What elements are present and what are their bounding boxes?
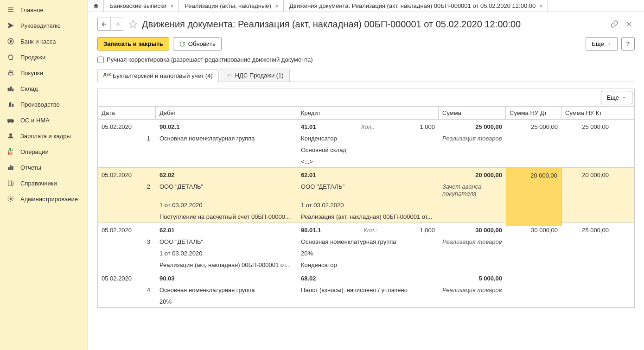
document-tab[interactable]: Движения документа: Реализация (акт, нак…	[284, 0, 548, 12]
table-row[interactable]: 05.02.202090.02.141.01Кол.:1,00025 000,0…	[98, 120, 634, 168]
sidebar-icon: ₽	[6, 37, 15, 45]
svg-rect-5	[7, 120, 12, 122]
sidebar-item-label: Руководителю	[20, 22, 61, 29]
sidebar-icon	[6, 69, 15, 77]
sidebar-icon	[6, 84, 15, 93]
svg-rect-10	[10, 165, 12, 170]
col-date[interactable]: Дата	[98, 107, 156, 119]
sidebar-item-label: Справочники	[20, 180, 57, 187]
refresh-button[interactable]: Обновить	[173, 37, 222, 51]
sidebar-icon	[6, 53, 15, 61]
tab-label: Банковские выписки	[109, 2, 166, 9]
tab-close-icon[interactable]: ×	[538, 2, 544, 10]
sidebar-item[interactable]: Производство	[0, 96, 88, 112]
document-tab[interactable]: Реализация (акты, накладные)×	[179, 0, 284, 12]
link-icon[interactable]	[609, 19, 620, 30]
sidebar-icon	[6, 132, 15, 140]
sidebar-item[interactable]: ОС и НМА	[0, 112, 88, 128]
svg-rect-3	[10, 87, 12, 91]
sidebar: ГлавноеРуководителю₽Банк и кассаПродажиП…	[0, 0, 88, 350]
accounting-table: Еще Дата Дебет Кредит Сумма Сумма НУ Дт …	[97, 89, 635, 308]
sidebar-icon	[6, 6, 15, 14]
sidebar-item-label: Продажи	[20, 54, 45, 61]
tab-accounting[interactable]: ДтКт Бухгалтерский и налоговый учет (4)	[97, 69, 219, 82]
sidebar-item-label: Производство	[20, 101, 60, 108]
tab-vat-sales[interactable]: НДС Продажи (1)	[220, 69, 290, 82]
sidebar-item[interactable]: Зарплата и кадры	[0, 128, 88, 144]
table-more-button[interactable]: Еще	[601, 91, 632, 104]
sidebar-item[interactable]: Справочники	[0, 175, 88, 191]
tab-label: Реализация (акты, накладные)	[185, 2, 271, 9]
svg-rect-9	[8, 167, 10, 170]
col-sum[interactable]: Сумма	[439, 107, 506, 119]
sidebar-item[interactable]: Руководителю	[0, 18, 88, 33]
page-title: Движения документа: Реализация (акт, нак…	[142, 19, 605, 30]
sidebar-item-label: ОС и НМА	[20, 117, 50, 124]
document-icon	[226, 72, 232, 79]
sidebar-item-label: Главное	[20, 6, 44, 13]
svg-rect-4	[12, 89, 13, 91]
sidebar-icon	[6, 195, 15, 203]
favorite-star-icon[interactable]	[128, 19, 138, 29]
nav-forward[interactable]	[111, 18, 124, 30]
sidebar-item-label: Администрирование	[20, 196, 78, 203]
sidebar-item[interactable]: Склад	[0, 81, 88, 96]
sidebar-item-label: Банк и касса	[20, 38, 56, 45]
sidebar-icon	[6, 179, 15, 187]
table-row[interactable]: 05.02.202090.0368.025 000,004Основная но…	[98, 271, 634, 308]
close-icon[interactable]	[624, 19, 635, 30]
table-row[interactable]: 05.02.202062.0190.01.1Кол.:1,00030 000,0…	[98, 223, 634, 271]
document-tab[interactable]: Банковские выписки×	[104, 0, 179, 12]
help-button[interactable]: ?	[621, 37, 635, 51]
nav-arrows	[97, 18, 124, 31]
sidebar-item-label: Отчеты	[20, 164, 41, 171]
sidebar-icon	[6, 21, 15, 30]
tabs-bar: Банковские выписки×Реализация (акты, нак…	[88, 0, 644, 12]
svg-rect-11	[12, 166, 13, 170]
svg-point-6	[8, 121, 10, 123]
manual-edit-label: Ручная корректировка (разрешает редактир…	[107, 56, 313, 63]
sidebar-item[interactable]: Покупки	[0, 65, 88, 81]
chevron-down-icon	[622, 95, 626, 100]
tab-close-icon[interactable]: ×	[274, 2, 280, 10]
sidebar-item-label: Склад	[20, 85, 38, 92]
sidebar-item[interactable]: ДтКтОперации	[0, 144, 88, 159]
col-nudt[interactable]: Сумма НУ Дт	[506, 107, 561, 119]
col-nukt[interactable]: Сумма НУ Кт	[561, 107, 612, 119]
col-debit[interactable]: Дебет	[156, 107, 297, 119]
home-icon	[93, 3, 99, 9]
manual-edit-checkbox[interactable]	[97, 57, 104, 63]
nav-back[interactable]	[98, 18, 111, 30]
svg-rect-2	[8, 88, 9, 91]
tab-label: Движения документа: Реализация (акт, нак…	[289, 2, 536, 9]
sidebar-icon	[6, 100, 15, 108]
sidebar-item[interactable]: ₽Банк и касса	[0, 33, 88, 49]
sidebar-item-label: Зарплата и кадры	[20, 133, 71, 140]
sidebar-item-label: Операции	[20, 148, 49, 155]
sidebar-item-label: Покупки	[20, 70, 43, 76]
sidebar-icon	[6, 116, 15, 124]
dtkt-icon: ДтКт	[103, 73, 110, 79]
sidebar-icon	[6, 163, 15, 172]
sidebar-item[interactable]: Администрирование	[0, 191, 88, 207]
refresh-icon	[179, 41, 185, 47]
svg-point-12	[10, 198, 12, 200]
col-credit[interactable]: Кредит	[297, 107, 439, 119]
home-tab[interactable]	[88, 0, 104, 12]
svg-point-8	[9, 134, 12, 136]
more-button[interactable]: Еще	[586, 37, 617, 51]
tab-close-icon[interactable]: ×	[169, 2, 175, 10]
sidebar-item[interactable]: Главное	[0, 2, 88, 18]
svg-text:₽: ₽	[10, 39, 12, 44]
table-row[interactable]: 05.02.202062.0262.0120 000,0020 000,0020…	[98, 168, 634, 223]
sidebar-item[interactable]: Отчеты	[0, 159, 88, 175]
sidebar-item[interactable]: Продажи	[0, 49, 88, 65]
save-close-button[interactable]: Записать и закрыть	[97, 37, 169, 51]
sidebar-icon: ДтКт	[6, 147, 15, 156]
chevron-down-icon	[607, 42, 612, 46]
